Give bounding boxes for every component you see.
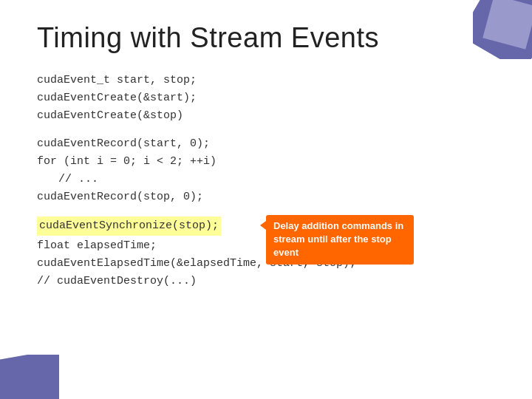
page-title: Timing with Stream Events bbox=[37, 22, 495, 54]
highlighted-line-container: cudaEventSynchronize(stop); Delay additi… bbox=[37, 216, 495, 236]
code-block: cudaEvent_t start, stop; cudaEventCreate… bbox=[37, 72, 495, 290]
code-line-6: // ... bbox=[37, 171, 495, 188]
tooltip-box: Delay addition commands in stream until … bbox=[266, 215, 414, 265]
code-line-1: cudaEvent_t start, stop; bbox=[37, 72, 495, 89]
code-line-7: cudaEventRecord(stop, 0); bbox=[37, 188, 495, 206]
indent-space bbox=[37, 171, 52, 188]
code-line-4: cudaEventRecord(start, 0); bbox=[37, 135, 495, 153]
main-content: Timing with Stream Events cudaEvent_t st… bbox=[0, 0, 532, 316]
code-line-10: // cudaEventDestroy(...) bbox=[37, 273, 495, 290]
tooltip-text: Delay addition commands in stream until … bbox=[273, 220, 403, 258]
decorative-corner-bottom-left bbox=[0, 355, 59, 399]
code-line-2: cudaEventCreate(&start); bbox=[37, 89, 495, 107]
code-line-3: cudaEventCreate(&stop) bbox=[37, 107, 495, 125]
code-section-3: cudaEventSynchronize(stop); Delay additi… bbox=[37, 216, 495, 290]
tooltip-arrow bbox=[260, 221, 266, 230]
code-section-1: cudaEvent_t start, stop; cudaEventCreate… bbox=[37, 72, 495, 125]
highlighted-code: cudaEventSynchronize(stop); bbox=[37, 216, 221, 236]
code-line-5: for (int i = 0; i < 2; ++i) bbox=[37, 153, 495, 171]
code-section-2: cudaEventRecord(start, 0); for (int i = … bbox=[37, 135, 495, 206]
